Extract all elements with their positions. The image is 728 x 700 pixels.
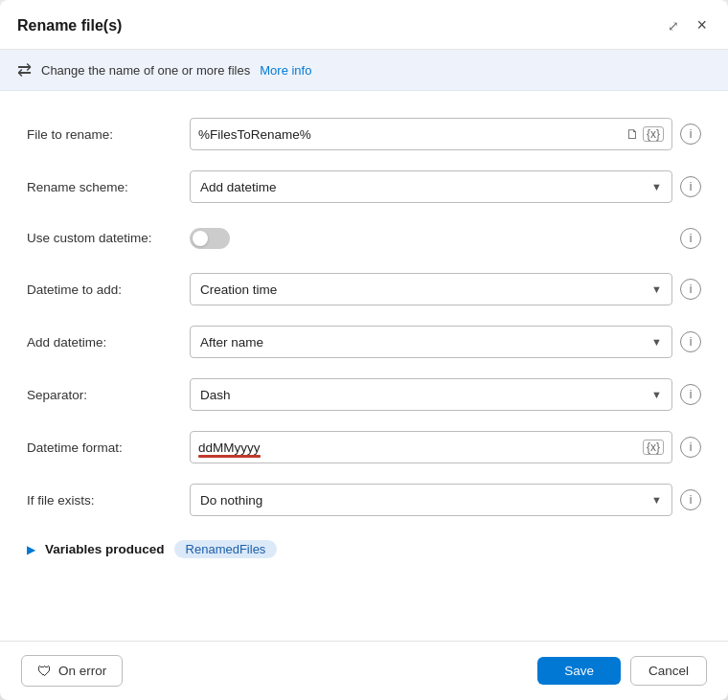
datetime-to-add-label: Datetime to add:	[27, 282, 190, 297]
use-custom-datetime-info[interactable]: i	[680, 228, 701, 249]
rename-scheme-info[interactable]: i	[680, 176, 701, 197]
separator-info[interactable]: i	[680, 384, 701, 405]
form-body: File to rename: %FilesToRename% 🗋 {x} i …	[0, 91, 728, 641]
shield-icon: 🛡	[37, 663, 52, 679]
on-error-button[interactable]: 🛡 On error	[21, 655, 123, 687]
use-custom-datetime-toggle[interactable]	[190, 228, 230, 249]
cancel-button[interactable]: Cancel	[630, 656, 707, 686]
banner-icon: ⇄	[17, 59, 32, 80]
toggle-switch[interactable]	[190, 228, 230, 249]
separator-control: Dash ▼ i	[190, 378, 701, 411]
file-to-rename-control: %FilesToRename% 🗋 {x} i	[190, 118, 701, 150]
datetime-format-row: Datetime format: ddMMyyyy {x} i	[27, 421, 701, 474]
add-datetime-value: After name	[200, 335, 263, 350]
datetime-to-add-row: Datetime to add: Creation time ▼ i	[27, 263, 701, 316]
datetime-to-add-control: Creation time ▼ i	[190, 273, 701, 305]
use-custom-datetime-label: Use custom datetime:	[27, 231, 190, 245]
if-file-exists-row: If file exists: Do nothing ▼ i	[27, 474, 701, 527]
rename-files-dialog: Rename file(s) ⤢ × ⇄ Change the name of …	[0, 0, 728, 700]
resize-button[interactable]: ⤢	[664, 16, 683, 35]
resize-icon: ⤢	[668, 18, 679, 34]
on-error-label: On error	[58, 664, 106, 678]
footer-left: 🛡 On error	[21, 655, 123, 687]
file-to-rename-info[interactable]: i	[680, 124, 701, 145]
datetime-to-add-value: Creation time	[200, 282, 277, 297]
dialog-footer: 🛡 On error Save Cancel	[0, 641, 728, 700]
datetime-format-info[interactable]: i	[680, 437, 701, 458]
use-custom-datetime-row: Use custom datetime: i	[27, 214, 701, 263]
chevron-down-icon: ▼	[651, 336, 662, 348]
save-button[interactable]: Save	[537, 657, 621, 685]
toggle-track	[190, 228, 230, 249]
separator-value: Dash	[200, 388, 231, 402]
dialog-title: Rename file(s)	[17, 17, 122, 34]
file-to-rename-input[interactable]: %FilesToRename% 🗋 {x}	[190, 118, 672, 150]
rename-scheme-row: Rename scheme: Add datetime ▼ i	[27, 161, 701, 214]
add-datetime-select[interactable]: After name ▼	[190, 326, 672, 358]
close-icon: ×	[696, 15, 707, 35]
file-to-rename-label: File to rename:	[27, 127, 190, 142]
variables-row: ▶ Variables produced RenamedFiles	[27, 527, 701, 566]
datetime-to-add-info[interactable]: i	[680, 279, 701, 300]
rename-scheme-select[interactable]: Add datetime ▼	[190, 170, 672, 203]
datetime-format-value: ddMMyyyy	[198, 440, 261, 455]
file-to-rename-icons: 🗋 {x}	[626, 126, 664, 142]
use-custom-datetime-control: i	[190, 228, 701, 249]
separator-label: Separator:	[27, 388, 190, 402]
separator-row: Separator: Dash ▼ i	[27, 369, 701, 421]
datetime-format-label: Datetime format:	[27, 440, 190, 455]
if-file-exists-select[interactable]: Do nothing ▼	[190, 484, 672, 516]
variables-badge: RenamedFiles	[174, 540, 278, 558]
if-file-exists-label: If file exists:	[27, 493, 190, 508]
add-datetime-row: Add datetime: After name ▼ i	[27, 316, 701, 369]
rename-scheme-value: Add datetime	[200, 180, 277, 194]
add-datetime-label: Add datetime:	[27, 335, 190, 350]
chevron-down-icon: ▼	[651, 494, 662, 506]
datetime-format-input[interactable]: ddMMyyyy {x}	[190, 431, 672, 463]
add-datetime-control: After name ▼ i	[190, 326, 701, 358]
variables-chevron-icon[interactable]: ▶	[27, 543, 35, 556]
chevron-down-icon: ▼	[651, 181, 662, 192]
rename-scheme-label: Rename scheme:	[27, 180, 190, 194]
close-button[interactable]: ×	[693, 13, 711, 37]
if-file-exists-control: Do nothing ▼ i	[190, 484, 701, 516]
dialog-header: Rename file(s) ⤢ ×	[0, 0, 728, 50]
variables-label: Variables produced	[45, 542, 165, 556]
header-icons: ⤢ ×	[664, 13, 711, 37]
file-icon: 🗋	[626, 126, 639, 142]
separator-select[interactable]: Dash ▼	[190, 378, 672, 411]
file-to-rename-row: File to rename: %FilesToRename% 🗋 {x} i	[27, 108, 701, 161]
file-to-rename-value: %FilesToRename%	[198, 127, 311, 142]
datetime-format-control: ddMMyyyy {x} i	[190, 431, 701, 463]
rename-scheme-control: Add datetime ▼ i	[190, 170, 701, 203]
datetime-format-var-icon: {x}	[643, 440, 664, 455]
if-file-exists-value: Do nothing	[200, 493, 262, 508]
var-icon: {x}	[643, 126, 664, 142]
datetime-to-add-select[interactable]: Creation time ▼	[190, 273, 672, 305]
toggle-thumb	[193, 231, 208, 246]
add-datetime-info[interactable]: i	[680, 331, 701, 352]
banner-text: Change the name of one or more files	[41, 63, 250, 78]
chevron-down-icon: ▼	[651, 283, 662, 295]
chevron-down-icon: ▼	[651, 389, 662, 400]
footer-right: Save Cancel	[537, 656, 707, 686]
if-file-exists-info[interactable]: i	[680, 489, 701, 510]
more-info-link[interactable]: More info	[260, 63, 311, 78]
info-banner: ⇄ Change the name of one or more files M…	[0, 50, 728, 91]
